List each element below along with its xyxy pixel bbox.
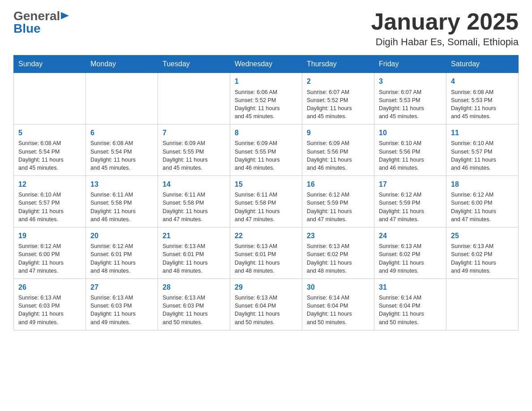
day-info: Sunrise: 6:06 AM Sunset: 5:52 PM Dayligh… [235, 88, 297, 121]
calendar-cell-w2-d1: 5Sunrise: 6:08 AM Sunset: 5:54 PM Daylig… [14, 124, 86, 176]
week-row-3: 12Sunrise: 6:10 AM Sunset: 5:57 PM Dayli… [14, 176, 519, 227]
calendar-cell-w1-d1 [14, 73, 86, 124]
day-info: Sunrise: 6:13 AM Sunset: 6:03 PM Dayligh… [18, 294, 81, 326]
day-info: Sunrise: 6:10 AM Sunset: 5:56 PM Dayligh… [379, 139, 442, 172]
day-number: 20 [90, 231, 153, 241]
day-number: 3 [379, 77, 442, 86]
day-number: 13 [90, 180, 153, 189]
week-row-5: 26Sunrise: 6:13 AM Sunset: 6:03 PM Dayli… [14, 278, 519, 330]
calendar-cell-w2-d2: 6Sunrise: 6:08 AM Sunset: 5:54 PM Daylig… [86, 124, 158, 176]
day-info: Sunrise: 6:07 AM Sunset: 5:52 PM Dayligh… [307, 88, 369, 121]
calendar-cell-w4-d5: 23Sunrise: 6:13 AM Sunset: 6:02 PM Dayli… [302, 227, 374, 278]
logo-triangle-icon [61, 12, 70, 21]
calendar-subtitle: Digih Habar Es, Somali, Ethiopia [371, 36, 519, 48]
day-info: Sunrise: 6:13 AM Sunset: 6:02 PM Dayligh… [451, 242, 514, 275]
calendar-cell-w4-d4: 22Sunrise: 6:13 AM Sunset: 6:01 PM Dayli… [230, 227, 302, 278]
day-number: 1 [235, 77, 297, 86]
calendar-title: January 2025 [371, 9, 519, 34]
calendar-cell-w1-d3 [158, 73, 230, 124]
day-info: Sunrise: 6:12 AM Sunset: 6:01 PM Dayligh… [90, 242, 153, 275]
week-row-4: 19Sunrise: 6:12 AM Sunset: 6:00 PM Dayli… [14, 227, 519, 278]
day-number: 30 [307, 283, 369, 292]
header-saturday: Saturday [446, 56, 519, 73]
day-number: 8 [235, 128, 297, 138]
header-friday: Friday [374, 56, 446, 73]
week-row-2: 5Sunrise: 6:08 AM Sunset: 5:54 PM Daylig… [14, 124, 519, 176]
day-number: 6 [90, 128, 153, 138]
day-number: 22 [235, 231, 297, 241]
calendar-cell-w3-d7: 18Sunrise: 6:12 AM Sunset: 6:00 PM Dayli… [446, 176, 519, 227]
calendar-table: Sunday Monday Tuesday Wednesday Thursday… [13, 55, 519, 330]
day-number: 21 [163, 231, 225, 241]
calendar-cell-w1-d6: 3Sunrise: 6:07 AM Sunset: 5:53 PM Daylig… [374, 73, 446, 124]
calendar-cell-w5-d2: 27Sunrise: 6:13 AM Sunset: 6:03 PM Dayli… [86, 278, 158, 330]
svg-marker-0 [61, 12, 69, 19]
day-info: Sunrise: 6:14 AM Sunset: 6:04 PM Dayligh… [307, 294, 369, 326]
calendar-cell-w5-d5: 30Sunrise: 6:14 AM Sunset: 6:04 PM Dayli… [302, 278, 374, 330]
calendar-cell-w3-d2: 13Sunrise: 6:11 AM Sunset: 5:58 PM Dayli… [86, 176, 158, 227]
day-info: Sunrise: 6:12 AM Sunset: 5:59 PM Dayligh… [307, 191, 369, 223]
calendar-cell-w3-d5: 16Sunrise: 6:12 AM Sunset: 5:59 PM Dayli… [302, 176, 374, 227]
calendar-cell-w5-d3: 28Sunrise: 6:13 AM Sunset: 6:03 PM Dayli… [158, 278, 230, 330]
calendar-cell-w4-d7: 25Sunrise: 6:13 AM Sunset: 6:02 PM Dayli… [446, 227, 519, 278]
day-number: 23 [307, 231, 369, 241]
day-info: Sunrise: 6:07 AM Sunset: 5:53 PM Dayligh… [379, 88, 442, 121]
header-sunday: Sunday [14, 56, 86, 73]
calendar-cell-w2-d5: 9Sunrise: 6:09 AM Sunset: 5:56 PM Daylig… [302, 124, 374, 176]
day-number: 19 [18, 231, 81, 241]
day-info: Sunrise: 6:11 AM Sunset: 5:58 PM Dayligh… [235, 191, 297, 223]
day-info: Sunrise: 6:13 AM Sunset: 6:01 PM Dayligh… [163, 242, 225, 275]
day-number: 4 [451, 77, 514, 86]
logo: General Blue [13, 9, 70, 36]
day-number: 18 [451, 180, 514, 189]
header-wednesday: Wednesday [230, 56, 302, 73]
day-info: Sunrise: 6:09 AM Sunset: 5:55 PM Dayligh… [235, 139, 297, 172]
day-number: 26 [18, 283, 81, 292]
day-info: Sunrise: 6:12 AM Sunset: 6:00 PM Dayligh… [451, 191, 514, 223]
calendar-cell-w3-d3: 14Sunrise: 6:11 AM Sunset: 5:58 PM Dayli… [158, 176, 230, 227]
day-info: Sunrise: 6:10 AM Sunset: 5:57 PM Dayligh… [18, 191, 81, 223]
day-number: 29 [235, 283, 297, 292]
calendar-cell-w2-d6: 10Sunrise: 6:10 AM Sunset: 5:56 PM Dayli… [374, 124, 446, 176]
day-number: 28 [163, 283, 225, 292]
calendar-cell-w1-d5: 2Sunrise: 6:07 AM Sunset: 5:52 PM Daylig… [302, 73, 374, 124]
calendar-cell-w4-d3: 21Sunrise: 6:13 AM Sunset: 6:01 PM Dayli… [158, 227, 230, 278]
calendar-cell-w2-d7: 11Sunrise: 6:10 AM Sunset: 5:57 PM Dayli… [446, 124, 519, 176]
day-info: Sunrise: 6:10 AM Sunset: 5:57 PM Dayligh… [451, 139, 514, 172]
day-number: 27 [90, 283, 153, 292]
day-info: Sunrise: 6:11 AM Sunset: 5:58 PM Dayligh… [90, 191, 153, 223]
day-info: Sunrise: 6:13 AM Sunset: 6:02 PM Dayligh… [307, 242, 369, 275]
calendar-cell-w3-d6: 17Sunrise: 6:12 AM Sunset: 5:59 PM Dayli… [374, 176, 446, 227]
calendar-cell-w1-d7: 4Sunrise: 6:08 AM Sunset: 5:53 PM Daylig… [446, 73, 519, 124]
day-number: 17 [379, 180, 442, 189]
day-info: Sunrise: 6:13 AM Sunset: 6:03 PM Dayligh… [90, 294, 153, 326]
calendar-cell-w5-d7 [446, 278, 519, 330]
calendar-cell-w5-d6: 31Sunrise: 6:14 AM Sunset: 6:04 PM Dayli… [374, 278, 446, 330]
day-number: 24 [379, 231, 442, 241]
day-number: 15 [235, 180, 297, 189]
header-monday: Monday [86, 56, 158, 73]
day-number: 12 [18, 180, 81, 189]
calendar-cell-w3-d1: 12Sunrise: 6:10 AM Sunset: 5:57 PM Dayli… [14, 176, 86, 227]
day-number: 2 [307, 77, 369, 86]
day-number: 14 [163, 180, 225, 189]
weekday-header-row: Sunday Monday Tuesday Wednesday Thursday… [14, 56, 519, 73]
logo-blue-text: Blue [13, 21, 41, 36]
page-header: General Blue January 2025 Digih Habar Es… [13, 9, 519, 48]
header-thursday: Thursday [302, 56, 374, 73]
calendar-cell-w2-d3: 7Sunrise: 6:09 AM Sunset: 5:55 PM Daylig… [158, 124, 230, 176]
day-info: Sunrise: 6:13 AM Sunset: 6:03 PM Dayligh… [163, 294, 225, 326]
day-info: Sunrise: 6:11 AM Sunset: 5:58 PM Dayligh… [163, 191, 225, 223]
header-tuesday: Tuesday [158, 56, 230, 73]
day-number: 25 [451, 231, 514, 241]
day-number: 9 [307, 128, 369, 138]
day-info: Sunrise: 6:08 AM Sunset: 5:54 PM Dayligh… [90, 139, 153, 172]
day-number: 10 [379, 128, 442, 138]
day-info: Sunrise: 6:09 AM Sunset: 5:56 PM Dayligh… [307, 139, 369, 172]
calendar-cell-w4-d6: 24Sunrise: 6:13 AM Sunset: 6:02 PM Dayli… [374, 227, 446, 278]
day-info: Sunrise: 6:12 AM Sunset: 6:00 PM Dayligh… [18, 242, 81, 275]
day-info: Sunrise: 6:12 AM Sunset: 5:59 PM Dayligh… [379, 191, 442, 223]
calendar-cell-w4-d1: 19Sunrise: 6:12 AM Sunset: 6:00 PM Dayli… [14, 227, 86, 278]
day-info: Sunrise: 6:13 AM Sunset: 6:01 PM Dayligh… [235, 242, 297, 275]
day-number: 5 [18, 128, 81, 138]
